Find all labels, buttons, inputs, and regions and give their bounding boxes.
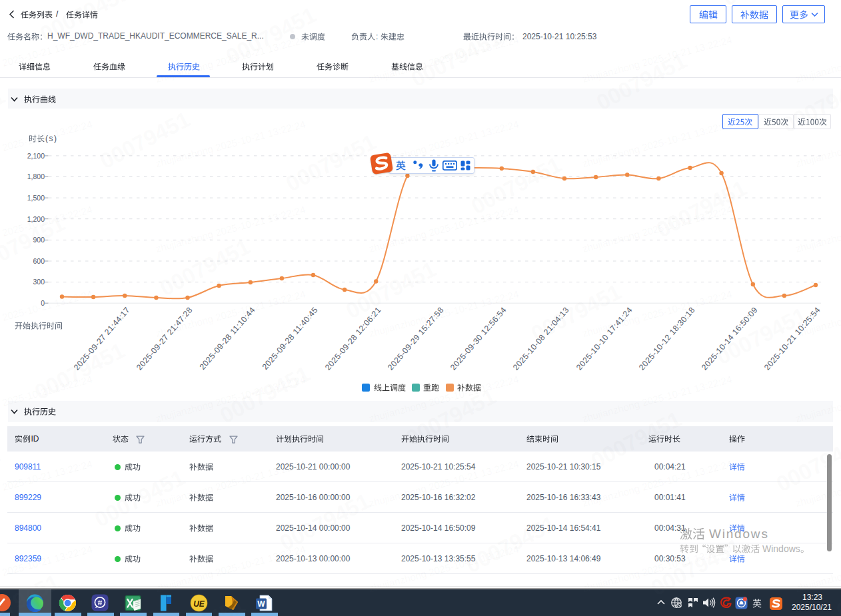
svg-text:W: W <box>257 599 265 609</box>
svg-text:UE: UE <box>193 599 205 608</box>
